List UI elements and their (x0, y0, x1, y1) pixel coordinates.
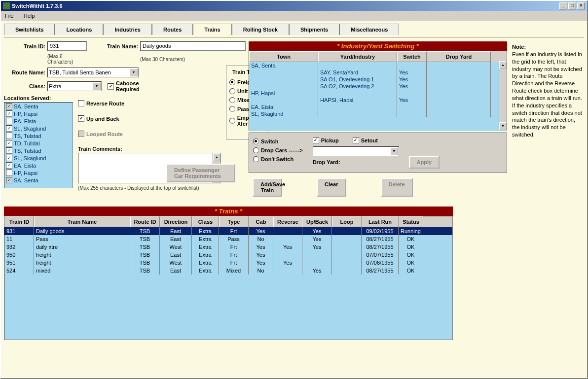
location-checkbox[interactable]: ✓ (6, 155, 12, 161)
trains-row[interactable]: 11PassTSBEastExtraPassNoYes08/27/1955OK (4, 235, 452, 243)
maximize-button[interactable]: □ (568, 2, 576, 9)
switch-row[interactable]: SA O1, Overlevering 1Yes (249, 76, 507, 83)
location-checkbox[interactable]: ✓ (6, 103, 12, 109)
location-item[interactable]: ✓SA, Senta (4, 103, 73, 110)
chevron-down-icon[interactable]: ▼ (390, 147, 398, 155)
location-checkbox[interactable] (6, 170, 12, 176)
trains-header[interactable]: Loop (332, 216, 362, 227)
train-name-label: Train Name: (89, 43, 138, 49)
trains-header[interactable]: Reverse (273, 216, 302, 227)
route-name-select[interactable]: TSB, Tuldall Senta Banen▼ (47, 68, 139, 77)
reverse-route-checkbox[interactable] (78, 100, 84, 106)
pickup-checkbox[interactable]: ✓ (313, 137, 319, 143)
switch-row[interactable]: SA, Senta (249, 62, 507, 69)
tab-locations[interactable]: Locations (55, 24, 103, 35)
switch-row[interactable]: SAY, SentaYardYes (249, 69, 507, 76)
location-item[interactable]: ✓TS, Tulstad (4, 147, 73, 154)
train-type-radio[interactable] (229, 88, 235, 94)
train-type-radio[interactable] (229, 97, 235, 103)
setout-checkbox[interactable]: ✓ (353, 137, 359, 143)
scroll-down-icon[interactable]: ▼ (499, 122, 507, 130)
switch-header[interactable]: Drop Yard (427, 51, 491, 62)
location-checkbox[interactable]: ✓ (6, 147, 12, 154)
train-type-radio[interactable] (229, 106, 235, 112)
up-and-back-checkbox[interactable]: ✓ (78, 115, 84, 122)
locations-listbox[interactable]: ✓SA, Senta✓HP, HapsiEA, Eista✓SL, Skaglu… (4, 102, 73, 188)
add-save-button[interactable]: Add/Save Train (253, 178, 282, 197)
tab-routes[interactable]: Routes (152, 24, 193, 35)
location-item[interactable]: HP, Hapsi (4, 169, 73, 176)
class-select[interactable]: Extra▼ (47, 81, 102, 91)
switch-header[interactable]: Town (249, 51, 318, 62)
trains-header[interactable]: Class (192, 216, 219, 227)
train-type-radio[interactable] (229, 118, 235, 124)
trains-header[interactable]: Route ID (130, 216, 160, 227)
location-checkbox[interactable] (6, 118, 12, 124)
scroll-up-icon[interactable]: ▲ (499, 61, 507, 69)
tab-trains[interactable]: Trains (193, 24, 231, 35)
drop-select[interactable]: ▼ (313, 146, 399, 156)
chevron-down-icon[interactable]: ▼ (93, 82, 101, 90)
train-name-input[interactable]: Daily goods (140, 41, 246, 51)
location-checkbox[interactable]: ✓ (6, 162, 12, 169)
switch-row[interactable]: EA, Eista (249, 103, 507, 110)
menu-file[interactable]: File (3, 12, 16, 20)
trains-row[interactable]: 951freightTSBWestExtraFrtYesYes07/06/195… (4, 259, 452, 267)
trains-row[interactable]: 950freightTSBEastExtraFrtYes07/07/1955OK (4, 251, 452, 259)
switch-row[interactable]: HP, Hapsi (249, 90, 507, 97)
location-item[interactable]: TS, Tulstad (4, 132, 73, 139)
tab-shipments[interactable]: Shipments (289, 24, 339, 35)
trains-header[interactable]: Status (399, 216, 423, 227)
tab-industries[interactable]: Industries (103, 24, 152, 35)
switch-header[interactable]: Switch (397, 51, 427, 62)
tab-switchlists[interactable]: Switchlists (4, 24, 55, 35)
location-item[interactable]: ✓EA, Eista (4, 162, 73, 169)
trains-header[interactable]: Type (219, 216, 249, 227)
trains-header[interactable]: Last Run (362, 216, 399, 227)
location-item[interactable]: ✓TD, Tulldal (4, 139, 73, 147)
switch-row[interactable]: SA O2, Overlevering 2Yes (249, 83, 507, 90)
location-item[interactable]: ✓SL, Skaglund (4, 154, 73, 162)
location-item[interactable]: EA, Eista (4, 117, 73, 125)
tab-miscellaneous[interactable]: Miscellaneous (339, 24, 399, 35)
looped-route-label: Looped Route (86, 131, 123, 137)
menu-help[interactable]: Help (22, 12, 37, 20)
trains-row[interactable]: 931Daily goodsTSBEastExtraFrtYesYes09/02… (4, 227, 452, 235)
trains-header[interactable]: Cab (249, 216, 273, 227)
location-checkbox[interactable]: ✓ (6, 177, 12, 183)
location-item[interactable]: ✓SL, Skaglund (4, 125, 73, 132)
location-checkbox[interactable] (6, 133, 12, 139)
dont-switch-radio[interactable] (253, 156, 259, 162)
location-item[interactable]: ✓SA, Senta (4, 176, 73, 184)
minimize-button[interactable]: _ (559, 2, 567, 9)
location-item[interactable]: ✓HP, Hapsi (4, 110, 73, 117)
apply-button[interactable]: Apply (409, 156, 440, 169)
caboose-checkbox[interactable]: ✓ (108, 83, 114, 90)
clear-button[interactable]: Clear (317, 178, 346, 197)
trains-header[interactable]: Direction (160, 216, 192, 227)
scroll-up-icon[interactable]: ▲ (213, 153, 220, 161)
note-title: Note: (512, 43, 582, 51)
switch-header[interactable]: Yard/Industry (318, 51, 397, 62)
app-icon (3, 2, 10, 9)
trains-row[interactable]: 932daily xtreTSBWestExtraFrtYesYesYes08/… (4, 243, 452, 251)
switch-row[interactable]: SL, Skaglund (249, 110, 507, 117)
drop-cars-radio[interactable] (253, 147, 259, 153)
switch-row[interactable]: HAPSI, HapsiYes (249, 97, 507, 103)
location-checkbox[interactable]: ✓ (6, 125, 12, 132)
location-checkbox[interactable]: ✓ (6, 140, 12, 146)
train-type-radio[interactable] (229, 79, 235, 85)
trains-header[interactable]: Train ID (4, 216, 34, 227)
up-and-back-label: Up and Back (86, 116, 119, 122)
chevron-down-icon[interactable]: ▼ (130, 69, 138, 76)
delete-button[interactable]: Delete (381, 178, 413, 197)
train-id-input[interactable]: 931 (47, 41, 87, 51)
trains-header[interactable]: Up/Back (302, 216, 332, 227)
trains-title: * Trains * (4, 207, 453, 216)
close-button[interactable]: × (577, 2, 585, 9)
tab-rolling-stock[interactable]: Rolling Stock (232, 24, 289, 35)
switch-radio[interactable] (253, 138, 259, 144)
trains-header[interactable]: Train Name (34, 216, 130, 227)
location-checkbox[interactable]: ✓ (6, 110, 12, 117)
trains-row[interactable]: 524mixedTSBEastExtraMixedNoYes08/27/1955… (4, 267, 452, 275)
